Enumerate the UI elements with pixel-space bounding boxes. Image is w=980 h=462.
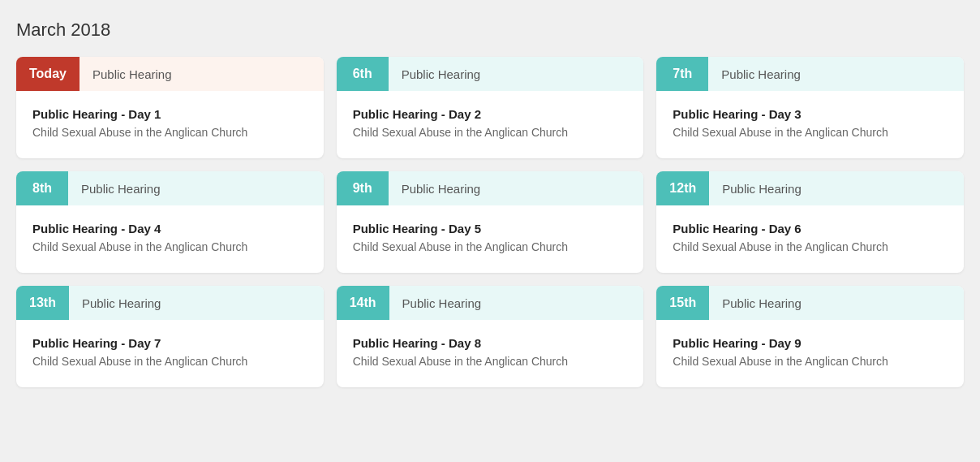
event-title: Public Hearing - Day 5 — [353, 222, 628, 235]
card-header: 13th Public Hearing — [16, 286, 324, 320]
event-title: Public Hearing - Day 4 — [32, 222, 307, 235]
date-badge: 12th — [656, 171, 709, 205]
event-subtitle: Child Sexual Abuse in the Anglican Churc… — [32, 355, 307, 368]
card-header: Today Public Hearing — [16, 57, 324, 91]
date-badge: 7th — [656, 57, 708, 91]
card-body: Public Hearing - Day 1 Child Sexual Abus… — [16, 91, 324, 158]
event-card[interactable]: 8th Public Hearing Public Hearing - Day … — [16, 171, 324, 273]
event-subtitle: Child Sexual Abuse in the Anglican Churc… — [32, 240, 307, 253]
event-card[interactable]: 13th Public Hearing Public Hearing - Day… — [16, 286, 324, 387]
card-body: Public Hearing - Day 9 Child Sexual Abus… — [656, 320, 964, 387]
event-title: Public Hearing - Day 2 — [353, 107, 628, 121]
card-body: Public Hearing - Day 5 Child Sexual Abus… — [337, 205, 644, 273]
card-header: 14th Public Hearing — [337, 286, 644, 320]
event-subtitle: Child Sexual Abuse in the Anglican Churc… — [673, 126, 948, 139]
card-header: 9th Public Hearing — [337, 171, 644, 205]
date-badge: 14th — [337, 286, 389, 320]
card-body: Public Hearing - Day 8 Child Sexual Abus… — [337, 320, 644, 387]
page-title: March 2018 — [16, 19, 964, 41]
card-body: Public Hearing - Day 6 Child Sexual Abus… — [656, 205, 964, 273]
event-title: Public Hearing - Day 7 — [32, 336, 307, 350]
date-badge: 6th — [337, 57, 389, 91]
event-card[interactable]: 7th Public Hearing Public Hearing - Day … — [656, 57, 964, 158]
event-title: Public Hearing - Day 8 — [353, 336, 628, 350]
card-body: Public Hearing - Day 7 Child Sexual Abus… — [16, 320, 324, 387]
cards-grid: Today Public Hearing Public Hearing - Da… — [16, 57, 964, 387]
header-label: Public Hearing — [389, 58, 494, 91]
date-badge: 13th — [16, 286, 69, 320]
header-label: Public Hearing — [709, 172, 815, 205]
card-body: Public Hearing - Day 2 Child Sexual Abus… — [337, 91, 644, 158]
event-card[interactable]: Today Public Hearing Public Hearing - Da… — [16, 57, 324, 158]
event-subtitle: Child Sexual Abuse in the Anglican Churc… — [673, 240, 948, 253]
event-title: Public Hearing - Day 1 — [32, 107, 307, 121]
header-label: Public Hearing — [389, 287, 495, 320]
header-label: Public Hearing — [69, 287, 174, 320]
event-card[interactable]: 9th Public Hearing Public Hearing - Day … — [337, 171, 644, 273]
header-label: Public Hearing — [80, 58, 185, 91]
event-card[interactable]: 14th Public Hearing Public Hearing - Day… — [337, 286, 644, 387]
card-body: Public Hearing - Day 3 Child Sexual Abus… — [656, 91, 964, 158]
card-header: 12th Public Hearing — [656, 171, 964, 205]
card-header: 6th Public Hearing — [337, 57, 644, 91]
event-title: Public Hearing - Day 3 — [673, 107, 948, 121]
date-badge: Today — [16, 57, 80, 91]
event-card[interactable]: 15th Public Hearing Public Hearing - Day… — [656, 286, 964, 387]
date-badge: 8th — [16, 171, 68, 205]
event-subtitle: Child Sexual Abuse in the Anglican Churc… — [353, 355, 628, 368]
header-label: Public Hearing — [389, 172, 494, 205]
event-card[interactable]: 6th Public Hearing Public Hearing - Day … — [337, 57, 644, 158]
event-subtitle: Child Sexual Abuse in the Anglican Churc… — [673, 355, 948, 368]
event-subtitle: Child Sexual Abuse in the Anglican Churc… — [353, 240, 628, 253]
date-badge: 15th — [656, 286, 709, 320]
event-title: Public Hearing - Day 6 — [673, 222, 948, 235]
date-badge: 9th — [337, 171, 389, 205]
card-header: 7th Public Hearing — [656, 57, 964, 91]
event-subtitle: Child Sexual Abuse in the Anglican Churc… — [353, 126, 628, 139]
card-body: Public Hearing - Day 4 Child Sexual Abus… — [16, 205, 324, 273]
header-label: Public Hearing — [708, 58, 814, 91]
header-label: Public Hearing — [68, 172, 174, 205]
event-subtitle: Child Sexual Abuse in the Anglican Churc… — [32, 126, 307, 139]
card-header: 8th Public Hearing — [16, 171, 324, 205]
card-header: 15th Public Hearing — [656, 286, 964, 320]
event-card[interactable]: 12th Public Hearing Public Hearing - Day… — [656, 171, 964, 273]
header-label: Public Hearing — [709, 287, 815, 320]
event-title: Public Hearing - Day 9 — [673, 336, 948, 350]
